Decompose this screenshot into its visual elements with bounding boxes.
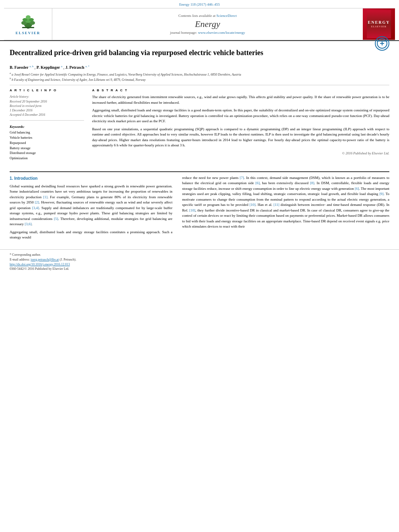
article-body: Decentralized price-driven grid balancin…	[0, 41, 399, 168]
abstract-col: A B S T R A C T The share of electricity…	[92, 88, 389, 160]
author-faessler: B. Faessler	[10, 66, 29, 70]
affiliation-a: a a Josef Ressel Center for Applied Scie…	[10, 72, 389, 77]
keyword-5: Distributed storage	[10, 150, 84, 156]
ref-7: [7]	[240, 176, 244, 180]
keyword-list: Grid balancing Vehicle batteries Repurpo…	[10, 130, 84, 161]
ref-3-6: [3,6]	[25, 222, 31, 226]
journal-center: Contents lists available at ScienceDirec…	[52, 8, 363, 40]
ref-5: [5]	[54, 217, 58, 221]
ref-9: [9]	[379, 192, 384, 196]
intro-right-col: reduce the need for new power plants [7]…	[182, 175, 389, 243]
elsevier-logo: ELSEVIER	[4, 8, 52, 40]
homepage-prefix: journal homepage:	[170, 31, 198, 35]
crossmark-badge: CrossMark	[375, 36, 389, 51]
keywords-section: Keywords: Grid balancing Vehicle batteri…	[10, 125, 84, 161]
svg-point-7	[26, 15, 31, 19]
page-wrapper: Energy 118 (2017) 446–455	[0, 0, 399, 274]
abstract-text: The share of electricity generated from …	[92, 94, 389, 156]
elsevier-brand-text: ELSEVIER	[16, 31, 41, 35]
ref-6b: [6]	[255, 181, 260, 185]
header-divider	[10, 85, 389, 85]
received-date: Received 20 September 2016	[10, 99, 84, 104]
affiliation-b: b b Faculty of Engineering and Science, …	[10, 77, 389, 82]
corresponding-author-note: * Corresponding author.	[10, 253, 389, 257]
affiliations: a a Josef Ressel Center for Applied Scie…	[10, 72, 389, 82]
accepted-date: Accepted 4 December 2016	[10, 113, 84, 117]
crossmark-icon: CrossMark	[375, 36, 389, 51]
ref-2: [2]	[35, 200, 39, 204]
email-note: E-mail address: joerg.petrasch@fhv.at (J…	[10, 258, 389, 261]
left-col-divider	[10, 120, 84, 121]
elsevier-tree-icon	[16, 13, 40, 29]
keyword-3: Repurposed	[10, 140, 84, 146]
footer-issn: 0360-5442/© 2016 Published by Elsevier L…	[10, 267, 389, 271]
article-history: Article history: Received 20 September 2…	[10, 94, 84, 117]
elsevier-logo-inner: ELSEVIER	[16, 13, 41, 35]
keywords-label: Keywords:	[10, 125, 84, 129]
abstract-para-1: The share of electricity generated from …	[92, 94, 389, 105]
ref-11: [11]	[274, 203, 280, 207]
intro-para-2: Aggregating small, distributed loads and…	[10, 230, 173, 240]
revised-date: 1 December 2016	[10, 108, 84, 113]
abstract-para-2: Aggregating small, distributed loads and…	[92, 108, 389, 124]
author-kepplinger: P. Kepplinger	[37, 66, 60, 70]
history-label: Article history:	[10, 94, 84, 99]
doi-line: Energy 118 (2017) 446–455	[4, 2, 395, 6]
ref-10: [10]	[249, 203, 255, 207]
journal-cover-image: ENERGY ELSEVIER	[363, 8, 395, 40]
article-title: Decentralized price-driven grid balancin…	[10, 48, 283, 58]
svg-rect-8	[22, 27, 34, 28]
email-suffix: (J. Petrasch).	[60, 258, 76, 261]
intro-para-1: Global warming and dwindling fossil reso…	[10, 184, 173, 227]
section-number: 1.	[10, 176, 13, 181]
keyword-1: Grid balancing	[10, 130, 84, 135]
ref-3-4: [3,4]	[32, 206, 39, 210]
doi-link[interactable]: http://dx.doi.org/10.1016/j.energy.2016.…	[10, 263, 70, 266]
journal-url-line: journal homepage: www.elsevier.com/locat…	[170, 31, 245, 35]
journal-header: Energy 118 (2017) 446–455	[0, 0, 399, 41]
intro-right-para-1: reduce the need for new power plants [7]…	[182, 175, 389, 230]
cover-inner: ENERGY ELSEVIER	[367, 10, 391, 38]
email-label: E-mail address:	[10, 258, 31, 261]
intro-section-title: 1. Introduction	[10, 175, 173, 181]
received-revised-label: Received in revised form	[10, 104, 84, 108]
keyword-4: Battery storage	[10, 146, 84, 151]
sciencedirect-link[interactable]: ScienceDirect	[216, 14, 237, 18]
sciencedirect-line: Contents lists available at ScienceDirec…	[179, 14, 237, 18]
keyword-6: Optimization	[10, 156, 84, 161]
header-content: ELSEVIER Contents lists available at Sci…	[4, 8, 395, 40]
abstract-para-3: Based on one year simulations, a sequent…	[92, 127, 389, 148]
article-info-col: A R T I C L E I N F O Article history: R…	[10, 88, 84, 160]
authors-line: B. Faessler a, b , P. Kepplinger a , J. …	[10, 65, 389, 70]
info-abstract-section: A R T I C L E I N F O Article history: R…	[10, 88, 389, 160]
corresponding-author-label: * Corresponding author.	[10, 253, 41, 257]
article-footer: * Corresponding author. E-mail address: …	[0, 249, 399, 274]
abstract-header: A B S T R A C T	[92, 88, 389, 92]
journal-homepage-link[interactable]: www.elsevier.com/locate/energy	[198, 31, 245, 35]
sciencedirect-prefix: Contents lists available at	[179, 14, 216, 18]
introduction-section: 1. Introduction Global warming and dwind…	[0, 175, 399, 243]
journal-name: Energy	[195, 19, 220, 29]
ref-1: [1]	[43, 195, 47, 199]
ref-10b: [10]	[189, 208, 195, 212]
abstract-copyright: © 2016 Published by Elsevier Ltd.	[92, 151, 389, 156]
author-email-link[interactable]: joerg.petrasch@fhv.at	[31, 258, 59, 261]
body-divider	[10, 171, 389, 172]
ref-6c: [6]	[355, 187, 359, 191]
intro-left-col: 1. Introduction Global warming and dwind…	[10, 175, 173, 243]
footer-doi: http://dx.doi.org/10.1016/j.energy.2016.…	[10, 263, 389, 266]
section-name: Introduction	[14, 176, 37, 181]
doi-text: Energy 118 (2017) 446–455	[179, 2, 220, 6]
keyword-2: Vehicle batteries	[10, 135, 84, 140]
author-petrasch: J. Petrasch	[65, 66, 84, 70]
article-info-header: A R T I C L E I N F O	[10, 88, 84, 92]
ref-8: [8]	[310, 181, 315, 185]
